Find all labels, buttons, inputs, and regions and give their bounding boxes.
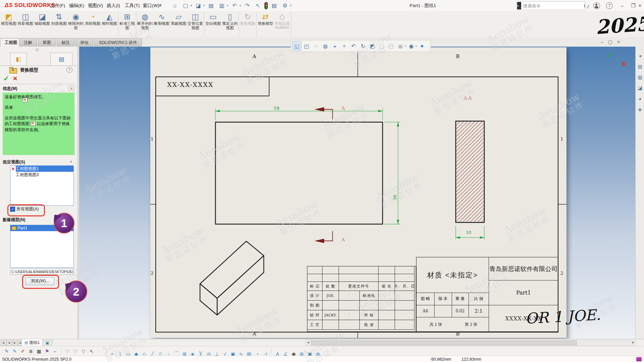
tab-solidworks-addins[interactable]: SOLIDWORKS 插件 xyxy=(94,38,142,47)
horizontal-scrollbar[interactable]: ◀ ▶ xyxy=(305,340,636,346)
save-icon[interactable]: ▤ xyxy=(207,1,215,10)
undo-dropdown-icon[interactable]: ▾ xyxy=(240,4,241,7)
auxiliary-view-button[interactable]: ◪辅助视图 xyxy=(34,11,51,37)
rotate-view-icon[interactable]: ↻ xyxy=(359,42,367,50)
next-sheet-icon[interactable]: ▶ xyxy=(12,340,17,346)
zoom-to-selection-icon[interactable]: ◍ xyxy=(321,42,330,50)
close-button[interactable]: × xyxy=(634,0,644,11)
doc-restore-icon[interactable]: ▢ xyxy=(608,39,612,45)
alternate-position-view-button[interactable]: ◫交替位置视图 xyxy=(187,11,204,37)
hide-show-dropdown-icon[interactable]: ▾ xyxy=(405,45,406,48)
model-view-button[interactable]: ◩模型视图 xyxy=(0,11,17,37)
print-icon[interactable]: ▥ xyxy=(217,1,226,10)
sheet-tab-sheet1[interactable]: ▤ 图纸1 xyxy=(21,339,43,346)
custom-properties-icon[interactable]: ◈ xyxy=(636,105,644,114)
dim-height[interactable]: 36 xyxy=(392,195,397,200)
section-view-button[interactable]: ⇅剖面视图 xyxy=(51,11,67,37)
previous-view-icon[interactable]: ↶ xyxy=(349,42,358,50)
pan-icon[interactable]: ＋ xyxy=(340,42,348,50)
annotation-tool-icon[interactable]: ⌐ xyxy=(51,348,59,355)
splitter-handle[interactable] xyxy=(36,48,39,51)
home-icon[interactable]: ⌂ xyxy=(170,1,179,10)
list-item-view1[interactable]: ✕ 工程图视图1 xyxy=(10,166,73,172)
drawing-sheet[interactable]: XX-XX-XXXX A B A B 1 2 1 2 59 36 10 A A … xyxy=(150,47,566,338)
scrollbar-thumb[interactable] xyxy=(311,341,577,345)
dim-thickness[interactable]: 10 xyxy=(466,230,472,235)
prev-sheet-icon[interactable]: ◀ xyxy=(6,340,12,346)
info-collapse-icon[interactable]: ∧ xyxy=(68,86,75,91)
dim-width[interactable]: 59 xyxy=(274,106,280,111)
redo-icon[interactable]: ↷ xyxy=(243,1,252,10)
scroll-left-icon[interactable]: ◀ xyxy=(307,341,309,344)
annotation-tool-icon[interactable]: ≣ xyxy=(27,348,35,355)
user-account-icon[interactable] xyxy=(593,2,600,9)
pin-menu-icon[interactable]: ★ xyxy=(158,3,162,8)
view-orientation-icon[interactable]: ◩ xyxy=(368,42,377,50)
doc-minimize-icon[interactable]: – xyxy=(601,39,603,45)
predefined-view-button[interactable]: ▯预定义的视图 xyxy=(221,11,238,37)
zoom-to-fit-icon[interactable]: ◱ xyxy=(292,41,301,51)
pm-ok-button[interactable]: ✓ xyxy=(3,74,9,83)
model-path-field[interactable]: C:\USERS\ALIENWARE\DESKTOP\DEI xyxy=(10,269,74,275)
minimize-button[interactable]: – xyxy=(616,0,628,11)
solidworks-resources-icon[interactable]: ▤ xyxy=(636,62,644,71)
annotation-tool-icon[interactable]: ▦ xyxy=(35,348,43,355)
print-dropdown-icon[interactable]: ▾ xyxy=(227,4,228,7)
annotation-tool-icon[interactable]: ✐ xyxy=(19,348,27,355)
annotation-tool-icon[interactable]: ✎ xyxy=(11,348,19,355)
tab-dimension[interactable]: 标注 xyxy=(57,38,75,47)
filter-tool-icon[interactable]: ▽ xyxy=(80,348,88,355)
rebuild-traffic-light-icon[interactable] xyxy=(264,2,268,9)
apply-scene-icon[interactable]: ● xyxy=(418,42,426,50)
task-pane-collapse-icon[interactable]: ◂ xyxy=(636,51,644,60)
relative-view-button[interactable]: ◭相对视图 xyxy=(101,11,118,37)
annotation-tool-icon[interactable]: ⚑ xyxy=(43,348,51,355)
search-input[interactable] xyxy=(521,3,584,8)
broken-out-section-button[interactable]: ◍断开的剖视图 xyxy=(137,11,153,37)
removed-section-button[interactable]: ◉移除的剖面 xyxy=(67,11,84,37)
menu-file[interactable]: 文件(F) xyxy=(47,0,68,11)
replace-model-button[interactable]: ⇄替换模型 xyxy=(257,11,274,37)
search-icon[interactable] xyxy=(584,4,585,8)
new-dropdown-icon[interactable]: ▾ xyxy=(191,4,192,7)
select-arrow-icon[interactable]: ↖ xyxy=(254,1,262,10)
select-cursor-icon[interactable]: ↖ xyxy=(88,348,96,355)
confirm-cancel-icon[interactable]: ✕ xyxy=(621,60,627,69)
annotation-tool-icon[interactable]: ✎ xyxy=(3,348,11,355)
appearances-icon[interactable]: ◕ xyxy=(636,94,644,103)
zoom-to-area-icon[interactable]: ◰ xyxy=(302,42,311,50)
break-view-button[interactable]: ∿断裂视图 xyxy=(153,11,170,37)
projected-view-button[interactable]: ◫投影视图 xyxy=(17,11,34,37)
scroll-right-icon[interactable]: ▶ xyxy=(632,341,634,344)
undo-icon[interactable]: ↶ xyxy=(230,1,239,10)
options-gear-icon[interactable]: ⚙ xyxy=(281,1,289,10)
feature-manager-tab[interactable]: ◧ xyxy=(10,53,27,65)
view-settings-icon[interactable]: ◉ xyxy=(407,42,415,50)
selected-views-collapse-icon[interactable]: ∧ xyxy=(68,159,74,164)
add-sheet-tab[interactable]: ▣ xyxy=(42,340,52,347)
tab-sketch[interactable]: 草图 xyxy=(38,38,56,47)
options-dropdown-icon[interactable]: ▾ xyxy=(290,4,291,7)
view-settings-dropdown-icon[interactable]: ▾ xyxy=(415,45,417,48)
delete-view-icon[interactable]: ✕ xyxy=(10,166,16,171)
help-icon[interactable]: ? xyxy=(606,2,613,9)
file-properties-icon[interactable]: ▤ xyxy=(270,1,279,10)
detail-view-button[interactable]: ◔局部视图 xyxy=(84,11,101,37)
first-sheet-icon[interactable]: ◀ xyxy=(1,340,6,346)
pm-help-icon[interactable]: ? xyxy=(66,67,72,73)
file-explorer-icon[interactable]: ◪ xyxy=(636,84,644,92)
design-library-icon[interactable]: ▨ xyxy=(636,73,644,82)
view1-label[interactable]: 工程图视图1 xyxy=(16,166,73,172)
tab-drawing[interactable]: 工程图 xyxy=(0,38,22,47)
tab-evaluate[interactable]: 评估 xyxy=(76,38,93,47)
new-document-icon[interactable]: ▢ xyxy=(181,1,190,10)
search-dropdown-icon[interactable]: ▾ xyxy=(588,4,589,7)
zoom-in-out-icon[interactable]: ◒ xyxy=(331,42,339,50)
crop-view-button[interactable]: ▱剪裁视图 xyxy=(170,11,187,37)
standard-3-view-button[interactable]: ⊞标准三视图 xyxy=(119,11,136,37)
open-icon[interactable]: ◪ xyxy=(194,1,203,10)
property-manager-tab[interactable]: ▤ xyxy=(50,53,72,65)
empty-view-button[interactable]: ▭空白视图 xyxy=(205,11,221,37)
list-item-view3[interactable]: 工程图视图3 xyxy=(10,172,73,178)
open-dropdown-icon[interactable]: ▾ xyxy=(203,4,205,7)
